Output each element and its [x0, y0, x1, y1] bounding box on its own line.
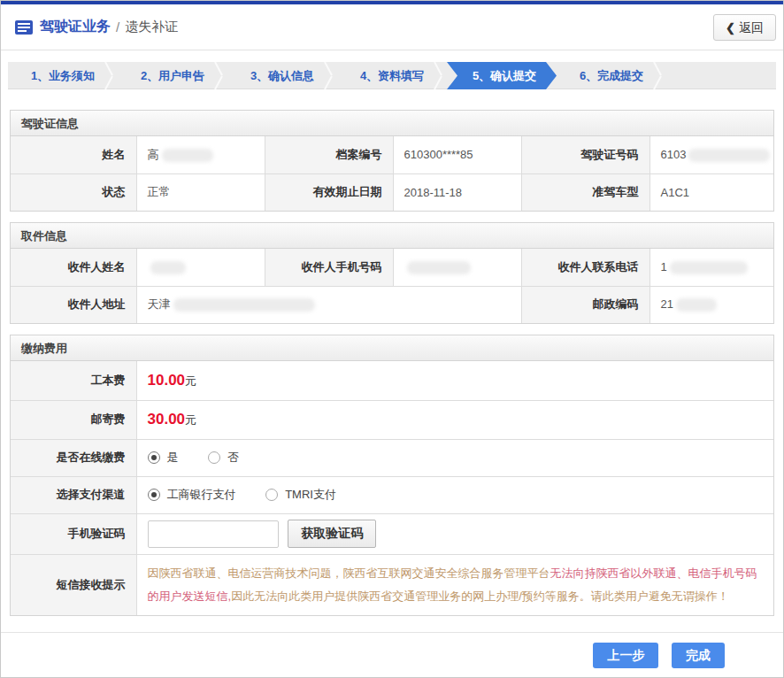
- recipient-address-value: 天津: [136, 286, 521, 323]
- license-no-label: 驾驶证号码: [521, 136, 649, 173]
- license-service-icon: [15, 20, 33, 35]
- table-row: 状态 正常 有效期止日期 2018-11-18 准驾车型 A1C1: [11, 173, 773, 211]
- online-pay-no-label: 否: [227, 450, 239, 466]
- radio-unchecked-icon: [208, 451, 220, 464]
- fee-unit: 元: [185, 374, 196, 388]
- recipient-name-value: [136, 249, 265, 286]
- table-row: 邮寄费 30.00元: [11, 400, 773, 439]
- table-row: 短信接收提示 因陕西省联通、电信运营商技术问题，陕西省互联网交通安全综合服务管理…: [11, 554, 773, 615]
- name-value: 高: [136, 136, 265, 173]
- postage-value: 30.00元: [136, 400, 773, 439]
- radio-checked-icon: [148, 451, 160, 464]
- online-pay-yes-option[interactable]: 是: [148, 450, 179, 466]
- recipient-phone-value: 1: [649, 249, 773, 286]
- postage-amount: 30.00: [148, 411, 186, 428]
- online-pay-yes-label: 是: [167, 450, 179, 466]
- redacted-blur: [676, 298, 717, 312]
- sms-code-label: 手机验证码: [11, 513, 136, 554]
- radio-unchecked-icon: [265, 489, 278, 501]
- pay-channel-label: 选择支付渠道: [11, 476, 136, 513]
- finish-button[interactable]: 完成: [672, 643, 725, 668]
- status-value: 正常: [136, 173, 265, 211]
- get-code-button[interactable]: 获取验证码: [288, 520, 376, 548]
- redacted-blur: [688, 149, 770, 162]
- breadcrumb-separator: /: [116, 19, 119, 35]
- vehicle-class-value: A1C1: [649, 173, 773, 211]
- back-button[interactable]: ❮返回: [713, 14, 776, 41]
- fee-unit: 元: [185, 413, 196, 427]
- sms-code-input[interactable]: [148, 520, 279, 548]
- redacted-blur: [670, 261, 748, 274]
- section-payment: 缴纳费用 工本费 10.00元 邮寄费 30.00元 是否在线缴费 是 否 选择…: [10, 335, 774, 616]
- recipient-mobile-label: 收件人手机号码: [265, 249, 393, 286]
- tab-step-1[interactable]: 1、业务须知: [8, 62, 118, 89]
- postcode-label: 邮政编码: [521, 286, 649, 323]
- license-info-table: 姓名 高 档案编号 610300****85 驾驶证号码 6103 状态 正常 …: [11, 136, 773, 211]
- channel-icbc-label: 工商银行支付: [167, 487, 236, 503]
- postage-label: 邮寄费: [11, 400, 136, 439]
- license-no-value: 6103: [649, 136, 773, 173]
- expiry-label: 有效期止日期: [265, 173, 393, 211]
- tabs-filler: [666, 62, 776, 89]
- step-tabs: 1、业务须知 2、用户申告 3、确认信息 4、资料填写 5、确认提交 6、完成提…: [8, 62, 776, 89]
- tab-step-5-active[interactable]: 5、确认提交: [447, 62, 557, 89]
- back-chevron-icon: ❮: [726, 21, 735, 35]
- redacted-blur: [150, 261, 186, 274]
- radio-checked-icon: [148, 489, 160, 501]
- table-row: 收件人地址 天津 邮政编码 21: [11, 286, 773, 323]
- breadcrumb-current: 遗失补证: [125, 19, 178, 35]
- tab-step-3[interactable]: 3、确认信息: [227, 62, 337, 89]
- recipient-name-label: 收件人姓名: [11, 249, 136, 286]
- table-row: 手机验证码 获取验证码: [11, 513, 773, 554]
- name-label: 姓名: [11, 136, 136, 173]
- back-button-label: 返回: [739, 20, 764, 35]
- tab-step-4[interactable]: 4、资料填写: [337, 62, 447, 89]
- card-fee-label: 工本费: [11, 361, 136, 400]
- card-fee-value: 10.00元: [136, 361, 773, 400]
- pay-channel-options: 工商银行支付 TMRI支付: [136, 476, 773, 513]
- card-fee-amount: 10.00: [148, 372, 186, 389]
- recipient-mobile-value: [393, 249, 521, 286]
- channel-tmri-label: TMRI支付: [285, 487, 336, 503]
- table-row: 工本费 10.00元: [11, 361, 773, 400]
- tab-step-6[interactable]: 6、完成提交: [557, 62, 666, 89]
- previous-step-button[interactable]: 上一步: [593, 643, 658, 668]
- tab-step-2[interactable]: 2、用户申告: [118, 62, 227, 89]
- postcode-value: 21: [649, 286, 773, 323]
- table-row: 收件人姓名 收件人手机号码 收件人联系电话 1: [11, 249, 773, 286]
- sms-notice-label: 短信接收提示: [11, 554, 136, 615]
- redacted-blur: [162, 149, 213, 162]
- recipient-phone-label: 收件人联系电话: [521, 249, 649, 286]
- page-header: 驾驶证业务 / 遗失补证 ❮返回: [1, 4, 783, 50]
- online-pay-no-option[interactable]: 否: [208, 450, 239, 466]
- expiry-value: 2018-11-18: [393, 173, 521, 211]
- channel-tmri-option[interactable]: TMRI支付: [265, 487, 336, 503]
- table-row: 是否在线缴费 是 否: [11, 439, 773, 476]
- payment-table: 工本费 10.00元 邮寄费 30.00元 是否在线缴费 是 否 选择支付渠道 …: [11, 361, 773, 615]
- file-no-value: 610300****85: [393, 136, 521, 173]
- footer-actions: 上一步 完成: [1, 632, 783, 668]
- section-pickup-info: 取件信息 收件人姓名 收件人手机号码 收件人联系电话 1 收件人地址 天津 邮政…: [10, 222, 774, 324]
- recipient-address-label: 收件人地址: [11, 286, 136, 323]
- redacted-blur: [173, 298, 315, 312]
- table-row: 选择支付渠道 工商银行支付 TMRI支付: [11, 476, 773, 513]
- file-no-label: 档案编号: [265, 136, 393, 173]
- sms-notice-text: 因陕西省联通、电信运营商技术问题，陕西省互联网交通安全综合服务管理平台无法向持陕…: [136, 554, 773, 615]
- pickup-info-table: 收件人姓名 收件人手机号码 收件人联系电话 1 收件人地址 天津 邮政编码 21: [11, 249, 773, 323]
- online-pay-options: 是 否: [136, 439, 773, 476]
- page-title: 驾驶证业务: [40, 18, 111, 36]
- section-payment-title: 缴纳费用: [11, 335, 773, 361]
- notice-segment: 因此无法向此类用户提供陕西省交通管理业务的网上办理/预约等服务。请此类用户避免无…: [231, 589, 729, 603]
- vehicle-class-label: 准驾车型: [521, 173, 649, 211]
- section-license-info: 驾驶证信息 姓名 高 档案编号 610300****85 驾驶证号码 6103 …: [10, 110, 774, 212]
- status-label: 状态: [11, 173, 136, 211]
- redacted-blur: [407, 261, 471, 274]
- table-row: 姓名 高 档案编号 610300****85 驾驶证号码 6103: [11, 136, 773, 173]
- online-pay-label: 是否在线缴费: [11, 439, 136, 476]
- section-pickup-title: 取件信息: [11, 223, 773, 249]
- channel-icbc-option[interactable]: 工商银行支付: [148, 487, 236, 503]
- section-license-title: 驾驶证信息: [11, 111, 773, 136]
- page-container: 驾驶证业务 / 遗失补证 ❮返回 1、业务须知 2、用户申告 3、确认信息 4、…: [0, 0, 784, 678]
- notice-segment: 因陕西省联通、电信运营商技术问题，陕西省互联网交通安全综合服务管理平台: [148, 566, 550, 580]
- sms-code-cell: 获取验证码: [136, 513, 773, 554]
